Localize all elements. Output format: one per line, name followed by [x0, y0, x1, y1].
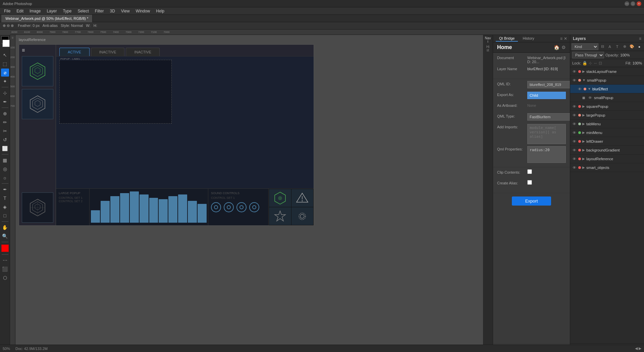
layer-item-blureffect[interactable]: 👁 ▼ blurEffect	[570, 85, 644, 93]
lock-icon-2[interactable]: ⊹	[589, 61, 592, 65]
hist-icon-btn[interactable]: Hist	[484, 45, 492, 52]
layer-visibility-tabmenu[interactable]: 👁	[572, 121, 577, 127]
qt-bridge-tab[interactable]: Qt Bridge	[496, 36, 518, 42]
eyedropper-tool[interactable]: ✒	[1, 98, 9, 106]
layer-expand-smallpopup-parent[interactable]: ▼	[582, 78, 586, 82]
lock-icon-4[interactable]: ⊡	[599, 61, 602, 65]
layer-item-backgroundgradient[interactable]: 👁 ▶ backgroundGradient	[570, 146, 644, 155]
history-tab[interactable]: History	[519, 36, 537, 42]
layer-item-minimenu[interactable]: 👁 ▶ miniMenu	[570, 128, 644, 137]
settings-icon[interactable]: ⚙	[561, 45, 566, 50]
thumbnail-3[interactable]	[22, 192, 53, 223]
layer-expand-squarepopup[interactable]: ▶	[582, 104, 585, 108]
filter-toggle[interactable]: ●	[636, 43, 643, 50]
filter-icon-2[interactable]: A	[606, 43, 613, 50]
menu-select[interactable]: Select	[75, 8, 91, 14]
clone-tool[interactable]: ✂	[1, 127, 9, 135]
lock-icon-3[interactable]: ↔	[593, 61, 597, 65]
filter-icon-4[interactable]: ⊕	[621, 43, 628, 50]
gradient-tool[interactable]: ▦	[1, 156, 9, 164]
dodge-tool[interactable]: ☼	[1, 174, 9, 182]
qml-id-input[interactable]	[527, 81, 570, 88]
icon-grid-cell-3[interactable]	[269, 207, 291, 225]
brush-tool[interactable]: ✏	[1, 118, 9, 126]
layer-expand-largepopup[interactable]: ▶	[582, 113, 585, 117]
layer-visibility-smallpopup-child[interactable]: 👁	[587, 95, 593, 100]
panel-close-btn[interactable]: ✕	[564, 36, 567, 41]
circle-btn-4[interactable]	[249, 202, 259, 212]
layer-visibility-squarepopup[interactable]: 👁	[572, 104, 577, 109]
menu-layer[interactable]: Layer	[44, 8, 59, 14]
tab-inactive-1[interactable]: INACTIVE	[91, 48, 125, 56]
layer-item-squarepopup[interactable]: 👁 ▶ squarePopup	[570, 102, 644, 111]
minimize-button[interactable]: —	[625, 1, 629, 6]
blur-tool[interactable]: ◎	[1, 165, 9, 173]
maximize-button[interactable]: □	[631, 1, 635, 6]
icon-grid-cell-4[interactable]	[291, 207, 314, 225]
shape-tool[interactable]: □	[1, 212, 9, 220]
qml-props-textarea[interactable]	[527, 146, 566, 163]
layer-item-tabmenu[interactable]: 👁 ▶ tabMenu	[570, 120, 644, 128]
layer-item-smallpopup-child[interactable]: ▩ 👁 smallPopup	[570, 93, 644, 102]
qml-type-input[interactable]	[527, 113, 570, 121]
doc-tab-active[interactable]: Webinar_Artwork.psd @ 50% (blurEffect, R…	[1, 15, 93, 22]
layers-menu-btn[interactable]: ≡	[639, 36, 641, 41]
filter-icon-1[interactable]: ⊟	[599, 43, 606, 50]
tab-inactive-2[interactable]: INACTIVE	[126, 48, 160, 56]
layer-visibility-blureffect[interactable]: 👁	[577, 86, 582, 92]
text-tool[interactable]: T	[1, 194, 9, 202]
layer-expand-leftdrawer[interactable]: ▶	[582, 139, 585, 143]
hand-tool[interactable]: ✋	[1, 223, 9, 231]
menu-3d[interactable]: 3D	[107, 8, 117, 14]
quick-mask[interactable]: ⬛	[1, 265, 9, 273]
blend-mode-select[interactable]: Pass Through	[572, 52, 604, 58]
path-tool[interactable]: ◈	[1, 203, 9, 211]
thumbnail-1[interactable]	[22, 56, 53, 86]
circle-btn-1[interactable]	[211, 202, 221, 212]
export-button[interactable]: Export	[512, 196, 551, 206]
thumbnail-2[interactable]	[22, 89, 53, 119]
move-tool[interactable]: ↖	[1, 51, 9, 59]
export-as-select[interactable]: Child	[527, 92, 566, 99]
layer-expand-layoutreference[interactable]: ▶	[582, 157, 585, 161]
menu-view[interactable]: View	[118, 8, 132, 14]
create-alias-checkbox[interactable]	[527, 180, 532, 185]
layer-item-leftdrawer[interactable]: 👁 ▶ leftDrawer	[570, 137, 644, 146]
home-icon[interactable]: 🏠	[554, 45, 559, 50]
icon-grid-cell-2[interactable]	[291, 189, 314, 207]
heal-tool[interactable]: ⊕	[1, 109, 9, 118]
menu-help[interactable]: Help	[153, 8, 167, 14]
layer-expand-tabmenu[interactable]: ▶	[582, 122, 585, 126]
clip-contents-checkbox[interactable]	[527, 169, 532, 174]
layer-expand-smartobjects[interactable]: ▶	[582, 166, 585, 169]
lock-icon-1[interactable]: 🔒	[582, 61, 587, 65]
zoom-tool[interactable]: 🔍	[1, 232, 9, 240]
menu-filter[interactable]: Filter	[92, 8, 107, 14]
select-tool[interactable]: ⬚	[1, 60, 9, 68]
quick-select-tool[interactable]: ✦	[1, 77, 9, 85]
add-imports-textarea[interactable]	[527, 124, 566, 144]
history-brush[interactable]: ↺	[1, 136, 9, 144]
menu-edit[interactable]: Edit	[14, 8, 26, 14]
layer-visibility-largepopup[interactable]: 👁	[572, 113, 577, 118]
layer-item-layoutreference[interactable]: 👁 ▶ layoutReference	[570, 155, 644, 163]
layer-item-stacklayoutframe[interactable]: 👁 ▶ stackLayoutFrame	[570, 67, 644, 76]
layer-expand-backgroundgradient[interactable]: ▶	[582, 148, 585, 152]
layer-visibility-backgroundgradient[interactable]: 👁	[572, 147, 577, 153]
extra-tools[interactable]: ⋯	[1, 256, 9, 264]
screen-mode[interactable]: ⬡	[1, 274, 9, 282]
menu-window[interactable]: Window	[133, 8, 153, 14]
layer-expand-minimenu[interactable]: ▶	[582, 131, 585, 134]
filter-icon-3[interactable]: T	[614, 43, 621, 50]
layer-item-largepopup[interactable]: 👁 ▶ largePopup	[570, 111, 644, 120]
layer-visibility-stacklayout[interactable]: 👁	[572, 69, 577, 74]
filter-icon-5[interactable]: 🎨	[629, 43, 635, 50]
circle-btn-2[interactable]	[224, 202, 234, 212]
layer-item-smartobjects[interactable]: 👁 ▶ smart_objects	[570, 163, 644, 172]
layer-expand-blureffect[interactable]: ▼	[588, 87, 591, 91]
foreground-red[interactable]	[1, 245, 9, 252]
layer-visibility-smartobjects[interactable]: 👁	[572, 165, 577, 170]
eraser-tool[interactable]: ⬜	[1, 144, 9, 152]
layer-item-smallpopup-parent[interactable]: 👁 ▼ smallPopup	[570, 76, 644, 85]
layer-visibility-smallpopup-parent[interactable]: 👁	[572, 78, 577, 83]
